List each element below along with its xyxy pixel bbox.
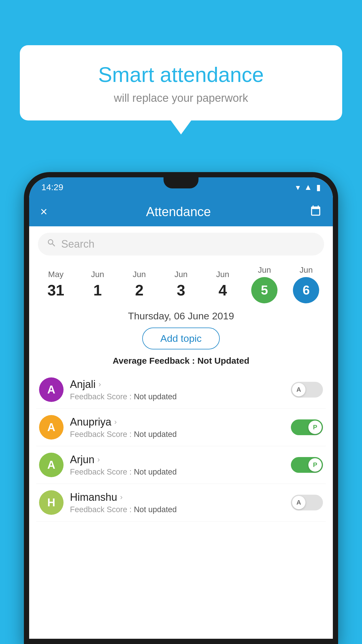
phone-notch <box>164 177 198 188</box>
bubble-subtitle: will replace your paperwork <box>37 92 325 104</box>
toggle-knob: P <box>308 458 322 472</box>
date-col[interactable]: Jun 1 <box>77 266 118 302</box>
battery-icon: ▮ <box>316 183 321 192</box>
toggle-knob: A <box>292 496 305 509</box>
toggle-knob: A <box>292 383 305 396</box>
avg-feedback-value: Not Updated <box>197 356 249 365</box>
avg-feedback-label: Average Feedback : <box>113 356 197 365</box>
avatar: A <box>39 377 64 402</box>
student-name: Himanshu › <box>70 491 284 503</box>
app-header: × Attendance <box>29 197 333 226</box>
date-selector: May 31 Jun 1 Jun 2 Jun 3 Jun 4 Jun 5 Jun… <box>29 262 333 307</box>
feedback-score: Feedback Score : Not updated <box>70 468 284 477</box>
student-info: Arjun › Feedback Score : Not updated <box>70 454 284 477</box>
student-item[interactable]: A Arjun › Feedback Score : Not updated P <box>36 446 326 484</box>
header-title: Attendance <box>146 204 211 219</box>
student-info: Anjali › Feedback Score : Not updated <box>70 378 284 401</box>
chevron-icon: › <box>99 380 101 389</box>
student-item[interactable]: H Himanshu › Feedback Score : Not update… <box>36 484 326 522</box>
date-day: 3 <box>177 281 185 299</box>
speech-bubble: Smart attendance will replace your paper… <box>20 45 342 120</box>
attendance-toggle[interactable]: P <box>291 457 323 473</box>
attendance-toggle[interactable]: P <box>291 419 323 435</box>
selected-date: Thursday, 06 June 2019 <box>29 310 333 322</box>
date-col[interactable]: Jun 4 <box>202 266 244 302</box>
search-icon <box>47 238 57 250</box>
avatar: A <box>39 415 64 440</box>
search-placeholder: Search <box>61 238 94 250</box>
feedback-score: Feedback Score : Not updated <box>70 430 284 439</box>
status-time: 14:29 <box>41 182 63 192</box>
date-col[interactable]: Jun 2 <box>118 266 160 302</box>
date-month: Jun <box>258 265 271 275</box>
attendance-toggle[interactable]: A <box>291 382 323 398</box>
toggle-knob: P <box>308 421 322 434</box>
date-col[interactable]: May 31 <box>35 266 77 302</box>
phone-content: Search May 31 Jun 1 Jun 2 Jun 3 Jun 4 Ju… <box>29 226 333 639</box>
phone-inner: 14:29 ▾ ▲ ▮ × Attendance <box>29 177 333 639</box>
date-month: Jun <box>133 270 146 279</box>
wifi-icon: ▾ <box>296 183 300 192</box>
date-col[interactable]: Jun 3 <box>160 266 202 302</box>
avatar: H <box>39 490 64 515</box>
signal-icon: ▲ <box>304 183 312 192</box>
feedback-score: Feedback Score : Not updated <box>70 505 284 514</box>
student-item[interactable]: A Anupriya › Feedback Score : Not update… <box>36 409 326 446</box>
date-day: 6 <box>293 277 319 303</box>
date-month: Jun <box>91 270 104 279</box>
student-item[interactable]: A Anjali › Feedback Score : Not updated … <box>36 371 326 409</box>
date-col[interactable]: Jun 5 <box>244 262 285 307</box>
date-day: 1 <box>93 281 102 299</box>
date-day: 4 <box>219 281 227 299</box>
chevron-icon: › <box>120 493 123 502</box>
student-name: Anjali › <box>70 378 284 391</box>
date-col[interactable]: Jun 6 <box>285 262 327 307</box>
search-bar[interactable]: Search <box>38 233 324 256</box>
close-button[interactable]: × <box>40 205 48 219</box>
avg-feedback: Average Feedback : Not Updated <box>29 356 333 366</box>
avatar: A <box>39 453 64 477</box>
feedback-score: Feedback Score : Not updated <box>70 392 284 401</box>
date-month: Jun <box>300 265 313 275</box>
phone-frame: 14:29 ▾ ▲ ▮ × Attendance <box>24 172 338 644</box>
student-info: Himanshu › Feedback Score : Not updated <box>70 491 284 514</box>
student-list: A Anjali › Feedback Score : Not updated … <box>29 371 333 522</box>
date-month: Jun <box>216 270 229 279</box>
date-day: 31 <box>48 281 64 299</box>
chevron-icon: › <box>97 455 100 464</box>
bubble-title: Smart attendance <box>37 63 325 87</box>
date-day: 2 <box>135 281 143 299</box>
date-day: 5 <box>251 277 277 303</box>
date-month: May <box>48 270 64 279</box>
add-topic-button[interactable]: Add topic <box>142 328 220 349</box>
calendar-icon[interactable] <box>310 204 322 219</box>
student-name: Arjun › <box>70 454 284 466</box>
date-month: Jun <box>174 270 187 279</box>
chevron-icon: › <box>114 417 117 426</box>
student-name: Anupriya › <box>70 416 284 428</box>
student-info: Anupriya › Feedback Score : Not updated <box>70 416 284 439</box>
attendance-toggle[interactable]: A <box>291 495 323 510</box>
status-icons: ▾ ▲ ▮ <box>296 183 321 192</box>
